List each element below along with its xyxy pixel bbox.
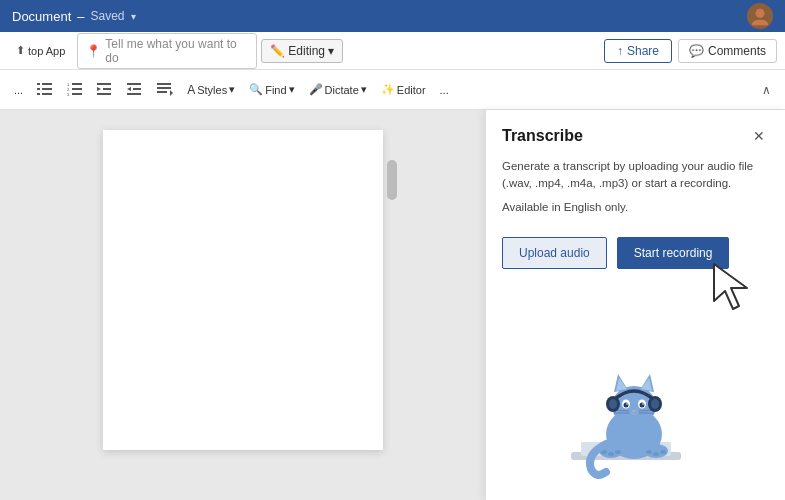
svg-point-54 xyxy=(646,450,652,454)
document-title: Document xyxy=(12,9,71,24)
align-icon xyxy=(157,82,173,98)
find-icon: 🔍 xyxy=(249,83,263,96)
find-chevron-icon: ▾ xyxy=(289,83,295,96)
svg-rect-1 xyxy=(37,83,40,85)
search-icon: 📍 xyxy=(86,44,101,58)
svg-point-53 xyxy=(615,450,621,454)
pencil-icon: ✏️ xyxy=(270,44,285,58)
svg-point-38 xyxy=(626,403,628,405)
panel-note: Available in English only. xyxy=(502,201,769,213)
svg-point-37 xyxy=(639,403,644,408)
svg-rect-3 xyxy=(37,88,40,90)
document-page xyxy=(103,130,383,450)
indent-increase-icon xyxy=(127,82,143,98)
indent-increase-button[interactable] xyxy=(121,78,149,102)
transcribe-panel: Transcribe ✕ Generate a transcript by up… xyxy=(485,110,785,500)
editing-label: Editing xyxy=(288,44,325,58)
svg-point-56 xyxy=(660,450,666,454)
bullets-button[interactable] xyxy=(31,78,59,102)
svg-rect-10 xyxy=(72,88,82,90)
svg-marker-18 xyxy=(127,87,131,91)
toolbar: ... 1.2.3. A Styles ▾ 🔍 Find ▾ 🎤 D xyxy=(0,70,785,110)
editing-button[interactable]: ✏️ Editing ▾ xyxy=(261,39,343,63)
styles-icon: A xyxy=(187,83,195,97)
more2-icon: ... xyxy=(440,84,449,96)
more2-button[interactable]: ... xyxy=(434,80,455,100)
svg-marker-14 xyxy=(97,87,101,91)
svg-rect-5 xyxy=(37,93,40,95)
svg-rect-22 xyxy=(157,87,171,89)
scrollbar-thumb[interactable] xyxy=(387,160,397,200)
main-content: Transcribe ✕ Generate a transcript by up… xyxy=(0,110,785,500)
collapse-icon: ∧ xyxy=(762,83,771,97)
svg-point-39 xyxy=(642,403,644,405)
title-bar-text: Document – Saved ▾ xyxy=(12,9,136,24)
svg-rect-21 xyxy=(157,83,171,85)
desktop-app-label: ⬆ xyxy=(16,44,25,57)
more-button[interactable]: ... xyxy=(8,80,29,100)
illustration-area xyxy=(502,289,769,485)
svg-marker-25 xyxy=(714,264,747,309)
cat-illustration xyxy=(556,354,716,484)
svg-point-52 xyxy=(608,452,614,456)
microphone-icon: 🎤 xyxy=(309,83,323,96)
share-label: Share xyxy=(627,44,659,58)
svg-point-55 xyxy=(653,452,659,456)
editing-chevron-icon: ▾ xyxy=(328,44,334,58)
indent-decrease-icon xyxy=(97,82,113,98)
ribbon-bar: ⬆ top App 📍 Tell me what you want to do … xyxy=(0,32,785,70)
title-bar: Document – Saved ▾ xyxy=(0,0,785,32)
desktop-app-button[interactable]: ⬆ top App xyxy=(8,40,73,61)
comments-label: Comments xyxy=(708,44,766,58)
svg-point-0 xyxy=(755,9,764,18)
dictate-label: Dictate xyxy=(325,84,359,96)
title-chevron-icon[interactable]: ▾ xyxy=(131,11,136,22)
svg-rect-15 xyxy=(103,88,111,90)
editor-label: Editor xyxy=(397,84,426,96)
svg-text:3.: 3. xyxy=(67,92,70,96)
svg-rect-4 xyxy=(42,88,52,90)
close-button[interactable]: ✕ xyxy=(749,126,769,146)
editor-icon: ✨ xyxy=(381,83,395,96)
svg-rect-16 xyxy=(97,93,111,95)
panel-title: Transcribe xyxy=(502,127,583,145)
editor-button[interactable]: ✨ Editor xyxy=(375,79,432,100)
desktop-app-text: top App xyxy=(28,45,65,57)
svg-point-36 xyxy=(623,403,628,408)
panel-header: Transcribe ✕ xyxy=(502,126,769,146)
svg-point-46 xyxy=(609,399,617,409)
bullets-icon xyxy=(37,82,53,98)
numbered-icon: 1.2.3. xyxy=(67,82,83,98)
svg-rect-20 xyxy=(127,93,141,95)
search-box[interactable]: 📍 Tell me what you want to do xyxy=(77,33,257,69)
avatar[interactable] xyxy=(747,3,773,29)
styles-label: Styles xyxy=(197,84,227,96)
share-button[interactable]: ↑ Share xyxy=(604,39,672,63)
svg-marker-24 xyxy=(170,90,173,96)
indent-decrease-button[interactable] xyxy=(91,78,119,102)
align-button[interactable] xyxy=(151,78,179,102)
close-icon: ✕ xyxy=(753,128,765,144)
svg-rect-12 xyxy=(72,93,82,95)
share-icon: ↑ xyxy=(617,44,623,58)
saved-status: Saved xyxy=(90,9,124,23)
svg-rect-19 xyxy=(133,88,141,90)
svg-point-40 xyxy=(632,410,636,413)
more-icon: ... xyxy=(14,84,23,96)
find-button[interactable]: 🔍 Find ▾ xyxy=(243,79,300,100)
svg-rect-2 xyxy=(42,83,52,85)
panel-description: Generate a transcript by uploading your … xyxy=(502,158,769,193)
upload-audio-button[interactable]: Upload audio xyxy=(502,237,607,269)
svg-rect-23 xyxy=(157,91,167,93)
svg-rect-17 xyxy=(127,83,141,85)
comments-button[interactable]: 💬 Comments xyxy=(678,39,777,63)
styles-button[interactable]: A Styles ▾ xyxy=(181,79,241,101)
document-area xyxy=(0,110,485,500)
numbered-button[interactable]: 1.2.3. xyxy=(61,78,89,102)
comments-icon: 💬 xyxy=(689,44,704,58)
title-separator: – xyxy=(77,9,84,24)
search-placeholder: Tell me what you want to do xyxy=(105,37,248,65)
dictate-button[interactable]: 🎤 Dictate ▾ xyxy=(303,79,373,100)
toolbar-collapse-button[interactable]: ∧ xyxy=(756,79,777,101)
svg-rect-6 xyxy=(42,93,52,95)
